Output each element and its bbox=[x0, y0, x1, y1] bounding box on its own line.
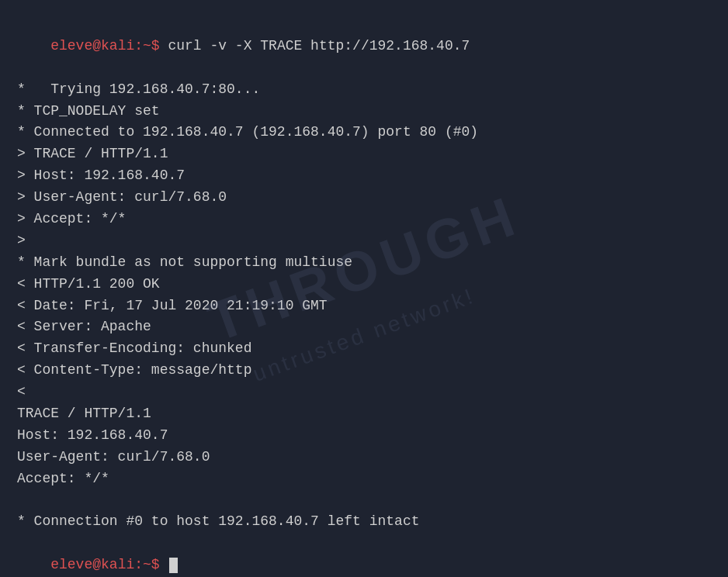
output-line-11: < Date: Fri, 17 Jul 2020 21:19:10 GMT bbox=[17, 295, 711, 317]
terminal-window: THROUGH untrusted network! eleve@kali:~$… bbox=[0, 0, 728, 577]
final-prompt-line: eleve@kali:~$ bbox=[17, 533, 711, 577]
output-line-7: > Accept: */* bbox=[17, 209, 711, 230]
output-line-12: < Server: Apache bbox=[17, 316, 711, 338]
command-line: eleve@kali:~$ curl -v -X TRACE http://19… bbox=[17, 14, 711, 79]
terminal-cursor[interactable] bbox=[169, 558, 178, 573]
output-line-1: * Trying 192.168.40.7:80... bbox=[17, 79, 711, 101]
prompt-user: eleve@kali:~$ bbox=[50, 38, 159, 54]
final-prompt-suffix bbox=[160, 557, 168, 572]
output-line-15: < bbox=[17, 382, 711, 403]
output-line-2: * TCP_NODELAY set bbox=[17, 101, 711, 123]
output-line-20: * Connection #0 to host 192.168.40.7 lef… bbox=[17, 511, 711, 533]
output-line-5: > Host: 192.168.40.7 bbox=[17, 165, 711, 187]
output-line-14: < Content-Type: message/http bbox=[17, 360, 711, 382]
output-line-16: TRACE / HTTP/1.1 bbox=[17, 403, 711, 425]
command-text: curl -v -X TRACE http://192.168.40.7 bbox=[160, 38, 470, 54]
output-line-13: < Transfer-Encoding: chunked bbox=[17, 338, 711, 360]
output-line-3: * Connected to 192.168.40.7 (192.168.40.… bbox=[17, 122, 711, 143]
output-line-10: < HTTP/1.1 200 OK bbox=[17, 274, 711, 295]
output-line-6: > User-Agent: curl/7.68.0 bbox=[17, 187, 711, 209]
empty-line-1 bbox=[17, 490, 711, 512]
output-line-17: Host: 192.168.40.7 bbox=[17, 425, 711, 447]
final-prompt-user: eleve@kali:~$ bbox=[50, 557, 159, 572]
output-line-19: Accept: */* bbox=[17, 468, 711, 490]
output-line-18: User-Agent: curl/7.68.0 bbox=[17, 447, 711, 468]
output-line-4: > TRACE / HTTP/1.1 bbox=[17, 143, 711, 165]
output-line-9: * Mark bundle as not supporting multiuse bbox=[17, 252, 711, 274]
output-line-8: > bbox=[17, 230, 711, 252]
